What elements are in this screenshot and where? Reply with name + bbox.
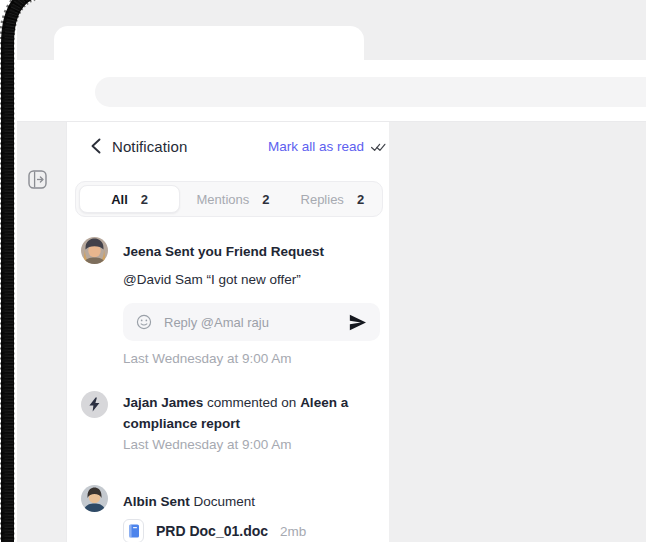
page-title: Notification (112, 136, 187, 158)
panel-toggle-icon[interactable] (28, 170, 47, 189)
file-attachment[interactable]: PRD Doc_01.doc 2mb (123, 519, 306, 542)
notification-text: Jajan James commented on Aleen a complia… (123, 392, 365, 434)
tab-all-label: All (111, 192, 128, 207)
reply-box (123, 303, 380, 341)
doc-file-icon (123, 519, 144, 542)
notification-body: @David Sam “I got new offer” (123, 272, 301, 287)
tab-mentions-label: Mentions (197, 192, 250, 207)
avatar (81, 237, 108, 264)
file-name: PRD Doc_01.doc (156, 523, 268, 539)
double-check-icon (370, 142, 386, 153)
send-icon[interactable] (348, 312, 368, 332)
avatar (81, 485, 108, 512)
browser-tab[interactable] (54, 26, 364, 62)
tab-bar: All 2 Mentions 2 Replies 2 (75, 181, 383, 217)
tab-all-count: 2 (141, 192, 148, 207)
tab-all[interactable]: All 2 (79, 185, 180, 213)
notification-panel: Notification Mark all as read All 2 Ment… (66, 122, 389, 542)
file-size: 2mb (280, 524, 306, 539)
content-area (389, 122, 646, 542)
lightning-avatar (81, 391, 108, 418)
actor-name: Albin Sent (123, 494, 190, 509)
back-icon[interactable] (88, 137, 106, 155)
browser-toolbar (17, 60, 646, 122)
emoji-icon[interactable] (135, 313, 153, 331)
tab-replies-count: 2 (357, 192, 364, 207)
mark-all-as-read-button[interactable]: Mark all as read (268, 138, 386, 156)
tab-mentions-count: 2 (262, 192, 269, 207)
reply-input[interactable] (162, 314, 339, 331)
tab-mentions[interactable]: Mentions 2 (183, 182, 282, 216)
notification-title: Jeena Sent you Friend Request (123, 244, 324, 259)
tab-replies-label: Replies (301, 192, 344, 207)
left-sidebar (17, 122, 66, 542)
address-bar[interactable] (95, 77, 646, 107)
tab-replies[interactable]: Replies 2 (283, 182, 382, 216)
mark-all-label: Mark all as read (268, 138, 364, 156)
actor-name: Jajan James (123, 395, 203, 410)
timestamp: Last Wednesday at 9:00 Am (123, 351, 292, 366)
timestamp: Last Wednesday at 9:00 Am (123, 437, 292, 452)
notification-text: Albin Sent Document (123, 491, 255, 512)
